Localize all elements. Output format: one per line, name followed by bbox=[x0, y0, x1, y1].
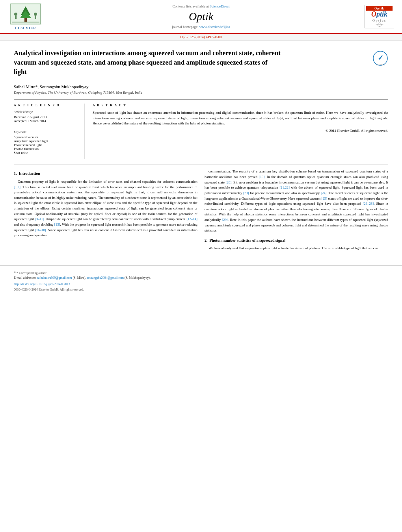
ref-29: [29] bbox=[222, 218, 228, 222]
abstract-section: A B S T R A C T Squeezed state of light … bbox=[93, 104, 388, 159]
ref-12-14: [12–14] bbox=[186, 217, 197, 221]
section2-number: 2. bbox=[205, 238, 208, 243]
article-divider bbox=[14, 99, 388, 100]
ref-1-2: [1,2] bbox=[14, 185, 20, 189]
license-text: 0030-4026/© 2014 Elsevier GmbH. All righ… bbox=[14, 288, 84, 291]
section2-name: Photon number statistics of a squeezed s… bbox=[210, 238, 286, 243]
doi-line[interactable]: http://dx.doi.org/10.1016/j.ijleo.2014.0… bbox=[14, 282, 388, 287]
ref-19: [19] bbox=[259, 175, 265, 179]
article-info-heading: A R T I C L E I N F O bbox=[14, 104, 78, 107]
svg-text:CrossMark: CrossMark bbox=[376, 64, 385, 66]
keyword-5: Shot-noise bbox=[14, 151, 78, 155]
page-wrapper: ELSEVIER Contents lists available at Sci… bbox=[0, 0, 402, 532]
ref-3-11: [3–11] bbox=[35, 217, 44, 221]
ref-26-28: [26–28] bbox=[363, 202, 374, 206]
body-col-right: communication. The security of a quantum… bbox=[205, 169, 388, 254]
svg-point-7 bbox=[34, 13, 37, 16]
journal-header: ELSEVIER Contents lists available at Sci… bbox=[0, 0, 402, 34]
ref-21-22: [21,22] bbox=[279, 185, 290, 189]
doi-text: http://dx.doi.org/10.1016/j.ijleo.2014.0… bbox=[14, 282, 70, 286]
elsevier-label: ELSEVIER bbox=[15, 26, 36, 30]
star-icon: * bbox=[14, 271, 16, 275]
ref-16-18: [16–18] bbox=[35, 228, 46, 232]
abstract-heading: A B S T R A C T bbox=[93, 104, 388, 107]
intro-para-2: communication. The security of a quantum… bbox=[205, 169, 388, 234]
info-divider bbox=[14, 127, 78, 127]
keyword-2: Amplitude squeezed light bbox=[14, 139, 78, 143]
title-row: Analytical investigation on interactions… bbox=[14, 48, 388, 81]
journal-center: Contents lists available at ScienceDirec… bbox=[43, 4, 359, 29]
abstract-copyright: © 2014 Elsevier GmbH. All rights reserve… bbox=[93, 129, 388, 133]
ref-20: [20] bbox=[226, 180, 232, 184]
history-label: Article history: bbox=[14, 110, 78, 114]
section2-title: 2. Photon number statistics of a squeeze… bbox=[205, 237, 388, 244]
email1-name: (S. Mitra), bbox=[73, 276, 86, 280]
optik-sub-word: Optics bbox=[372, 19, 387, 22]
optik-main-word: Optik bbox=[371, 11, 387, 19]
svg-rect-6 bbox=[15, 16, 17, 19]
elsevier-tree-icon bbox=[10, 3, 41, 25]
contents-line: Contents lists available at ScienceDirec… bbox=[51, 4, 351, 8]
intro-section-title: 1. Introduction bbox=[14, 171, 197, 177]
email2-link[interactable]: sourangshu2004@gmail.com bbox=[87, 276, 124, 280]
crossmark-icon: ✓ CrossMark bbox=[372, 50, 388, 66]
email1-link[interactable]: saibalmitra999@gmail.com bbox=[37, 276, 72, 280]
section2-para-1: We have already said that in quantum opt… bbox=[205, 246, 388, 251]
ref-15: [15] bbox=[54, 222, 60, 226]
article-info: A R T I C L E I N F O Article history: R… bbox=[14, 104, 85, 159]
ref-24: [24] bbox=[321, 191, 327, 195]
citation-text: Optik 125 (2014) 4497–4500 bbox=[180, 35, 221, 39]
affiliation: Department of Physics, The University of… bbox=[14, 91, 388, 95]
corresponding-label: * Corresponding author. bbox=[17, 271, 47, 275]
homepage-line: journal homepage: www.elsevier.de/ijleo bbox=[51, 25, 351, 29]
received-date: Received 7 August 2013 bbox=[14, 115, 78, 119]
svg-text:✓: ✓ bbox=[378, 54, 383, 62]
sciencedirect-link[interactable]: ScienceDirect bbox=[210, 4, 229, 8]
svg-rect-8 bbox=[35, 16, 36, 19]
article-history-section: Article history: Received 7 August 2013 … bbox=[14, 110, 78, 123]
optik-journal-logo-box: Optik Optik Optics bbox=[365, 5, 394, 28]
svg-point-5 bbox=[14, 13, 17, 16]
intro-number: 1. bbox=[14, 171, 17, 176]
authors-text: Saibal Mitra*, Sourangshu Mukhopadhyay bbox=[14, 84, 88, 89]
footer-area: * * Corresponding author. E-mail address… bbox=[0, 265, 402, 296]
contents-label: Contents lists available at bbox=[173, 4, 209, 8]
ref-25: [25] bbox=[321, 196, 327, 200]
optik-lens-icon bbox=[374, 22, 385, 27]
elsevier-logo: ELSEVIER bbox=[8, 3, 43, 30]
optik-logo: Optik Optik Optics bbox=[359, 5, 394, 28]
keywords-section: Keywords: Squeezed vacuum Amplitude sque… bbox=[14, 130, 78, 155]
body-columns: 1. Introduction Quantum property of ligh… bbox=[14, 169, 388, 254]
accepted-date: Accepted 1 March 2014 bbox=[14, 119, 78, 123]
optik-top-label: Optik bbox=[374, 7, 384, 10]
abstract-text: Squeezed state of light has drawn an eno… bbox=[93, 110, 388, 126]
body-col-left: 1. Introduction Quantum property of ligh… bbox=[14, 169, 197, 254]
citation-bar: Optik 125 (2014) 4497–4500 bbox=[0, 34, 402, 41]
keyword-1: Squeezed vacuum bbox=[14, 135, 78, 139]
article-meta-row: A R T I C L E I N F O Article history: R… bbox=[14, 104, 388, 159]
body-divider bbox=[14, 165, 388, 165]
authors: Saibal Mitra*, Sourangshu Mukhopadhyay bbox=[14, 84, 388, 89]
article-content: Analytical investigation on interactions… bbox=[0, 41, 402, 261]
intro-para-1: Quantum property of light is responsible… bbox=[14, 179, 197, 238]
footnote: * * Corresponding author. E-mail address… bbox=[14, 270, 388, 280]
article-title: Analytical investigation on interactions… bbox=[14, 48, 282, 76]
intro-title: Introduction bbox=[19, 171, 40, 176]
email-label: E-mail addresses: bbox=[14, 276, 36, 280]
journal-name: Optik bbox=[51, 10, 351, 23]
svg-rect-9 bbox=[12, 22, 39, 22]
email2-name: (S. Mukhopadhyay). bbox=[125, 276, 151, 280]
keyword-4: Photon fluctuation bbox=[14, 147, 78, 151]
keywords-label: Keywords: bbox=[14, 130, 78, 134]
ref-23: [23] bbox=[243, 191, 249, 195]
homepage-url[interactable]: www.elsevier.de/ijleo bbox=[199, 25, 230, 29]
keyword-3: Phase squeezed light bbox=[14, 143, 78, 147]
license-line: 0030-4026/© 2014 Elsevier GmbH. All righ… bbox=[14, 287, 388, 292]
homepage-label: journal homepage: bbox=[172, 25, 198, 29]
